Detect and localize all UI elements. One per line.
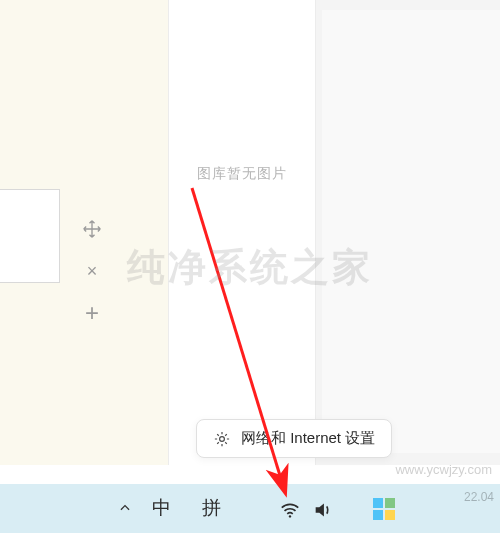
close-icon: × xyxy=(87,261,98,282)
left-panel: × + xyxy=(0,0,168,465)
viewport: × + 图库暂无图片 网络和 Internet 设置 中 拼 xyxy=(0,0,500,533)
right-panel xyxy=(316,0,500,465)
right-inner xyxy=(322,10,500,453)
ime-method-button[interactable]: 拼 xyxy=(202,495,221,521)
canvas-card xyxy=(0,189,60,283)
svg-point-0 xyxy=(220,436,225,441)
move-icon xyxy=(82,219,102,239)
svg-point-1 xyxy=(289,515,291,517)
gallery-empty-label: 图库暂无图片 xyxy=(169,165,315,183)
network-settings-tooltip[interactable]: 网络和 Internet 设置 xyxy=(196,419,392,458)
chevron-up-icon xyxy=(118,501,132,515)
ime-language-label: 中 xyxy=(152,497,171,518)
volume-icon xyxy=(312,499,334,521)
tool-column: × + xyxy=(78,215,118,341)
add-tool[interactable]: + xyxy=(78,299,106,327)
plus-icon: + xyxy=(85,299,99,327)
ime-language-button[interactable]: 中 xyxy=(152,495,171,521)
tray-overflow-button[interactable] xyxy=(115,498,135,518)
volume-tray-button[interactable] xyxy=(312,499,334,521)
gear-icon xyxy=(213,430,231,448)
delete-tool[interactable]: × xyxy=(78,257,106,285)
tooltip-label: 网络和 Internet 设置 xyxy=(241,429,375,448)
ime-method-label: 拼 xyxy=(202,497,221,518)
taskbar-clock: 22.04 xyxy=(464,490,494,504)
windows-logo-icon xyxy=(373,498,395,520)
taskbar: 中 拼 22.04 xyxy=(0,484,500,533)
wifi-tray-button[interactable] xyxy=(279,499,301,521)
wifi-icon xyxy=(279,499,301,521)
move-tool[interactable] xyxy=(78,215,106,243)
gallery-panel: 图库暂无图片 xyxy=(168,0,316,465)
